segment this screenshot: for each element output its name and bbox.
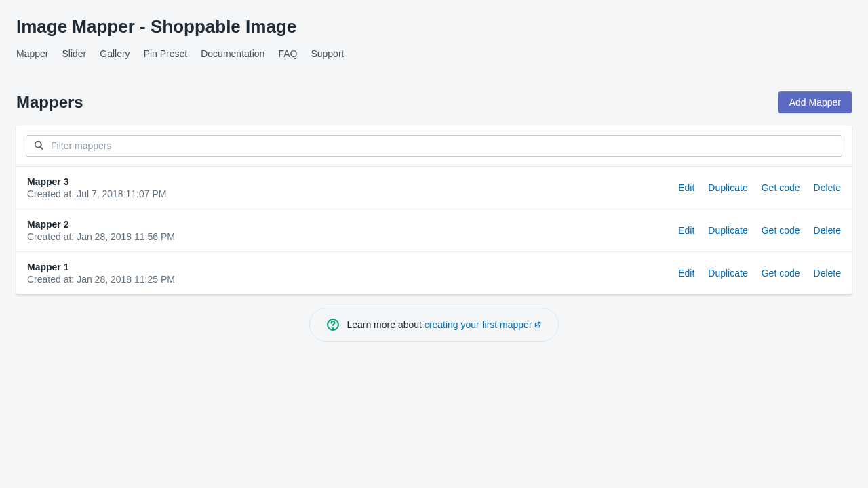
mapper-name: Mapper 3 xyxy=(27,176,166,187)
search-icon xyxy=(33,140,45,152)
mapper-created: Created at: Jul 7, 2018 11:07 PM xyxy=(27,188,166,199)
delete-link[interactable]: Delete xyxy=(814,225,841,236)
app-title: Image Mapper - Shoppable Image xyxy=(16,16,852,37)
table-row: Mapper 2 Created at: Jan 28, 2018 11:56 … xyxy=(16,209,852,252)
table-row: Mapper 3 Created at: Jul 7, 2018 11:07 P… xyxy=(16,167,852,209)
mapper-created: Created at: Jan 28, 2018 11:56 PM xyxy=(27,231,175,242)
duplicate-link[interactable]: Duplicate xyxy=(708,268,747,279)
table-row: Mapper 1 Created at: Jan 28, 2018 11:25 … xyxy=(16,252,852,294)
duplicate-link[interactable]: Duplicate xyxy=(708,182,747,193)
mappers-card: Mapper 3 Created at: Jul 7, 2018 11:07 P… xyxy=(16,125,852,294)
tab-mapper[interactable]: Mapper xyxy=(16,48,48,59)
getcode-link[interactable]: Get code xyxy=(762,225,800,236)
page-title: Mappers xyxy=(16,93,83,112)
callout-link[interactable]: creating your first mapper xyxy=(425,319,542,330)
mapper-created: Created at: Jan 28, 2018 11:25 PM xyxy=(27,274,175,285)
mapper-name: Mapper 2 xyxy=(27,219,175,230)
tab-pin-preset[interactable]: Pin Preset xyxy=(144,48,188,59)
edit-link[interactable]: Edit xyxy=(678,225,694,236)
tab-documentation[interactable]: Documentation xyxy=(201,48,264,59)
edit-link[interactable]: Edit xyxy=(678,268,694,279)
getcode-link[interactable]: Get code xyxy=(762,182,800,193)
mapper-name: Mapper 1 xyxy=(27,262,175,272)
tab-gallery[interactable]: Gallery xyxy=(100,48,130,59)
tab-nav: Mapper Slider Gallery Pin Preset Documen… xyxy=(16,48,852,59)
external-link-icon xyxy=(534,321,542,329)
search-input[interactable] xyxy=(51,140,835,151)
svg-point-1 xyxy=(333,327,334,328)
tab-support[interactable]: Support xyxy=(311,48,344,59)
tab-faq[interactable]: FAQ xyxy=(278,48,297,59)
duplicate-link[interactable]: Duplicate xyxy=(708,225,747,236)
learn-more-callout: Learn more about creating your first map… xyxy=(309,308,558,342)
callout-text: Learn more about creating your first map… xyxy=(347,319,541,330)
search-field[interactable] xyxy=(26,135,842,157)
getcode-link[interactable]: Get code xyxy=(762,268,800,279)
help-icon xyxy=(326,318,340,331)
delete-link[interactable]: Delete xyxy=(814,182,841,193)
tab-slider[interactable]: Slider xyxy=(62,48,86,59)
delete-link[interactable]: Delete xyxy=(814,268,841,279)
edit-link[interactable]: Edit xyxy=(678,182,694,193)
add-mapper-button[interactable]: Add Mapper xyxy=(778,92,852,113)
